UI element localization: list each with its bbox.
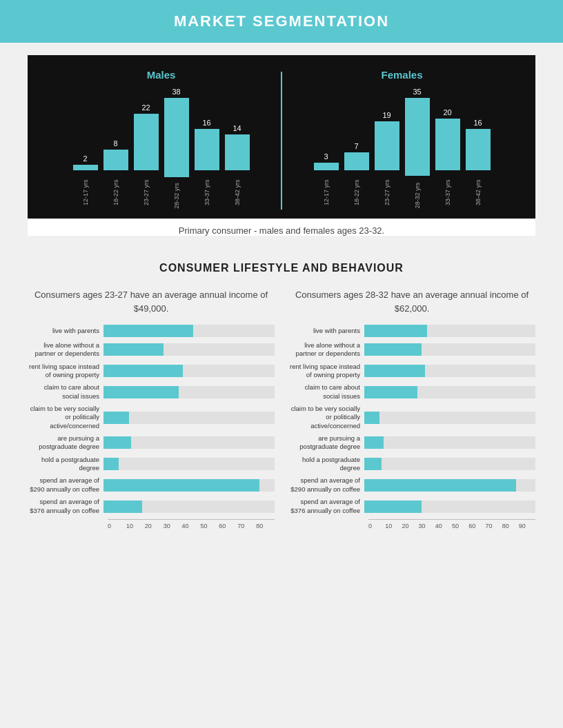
hbar-row: rent living space instead of owning prop… <box>28 363 275 380</box>
hbar-fill <box>364 436 384 449</box>
hbar-row: spend an average of $376 annually on cof… <box>28 498 275 515</box>
hbar-label: hold a postgraduate degree <box>28 456 103 473</box>
hbar-fill <box>103 343 164 356</box>
hbar-fill <box>364 343 422 356</box>
hbar-row: claim to care about social issues <box>28 383 275 401</box>
hbar-fill <box>103 386 179 398</box>
hbar-track <box>103 386 275 398</box>
consumer-section: CONSUMER LIFESTYLE AND BEHAVIOUR Consume… <box>0 248 563 543</box>
bar-wrapper: 2223-27 yrs <box>134 88 159 212</box>
hbar-label: spend an average of $376 annually on cof… <box>288 498 364 515</box>
hbar-chart-left: live with parentslive alone without a pa… <box>28 325 275 529</box>
age-chart: Males212-17 yrs818-22 yrs2223-27 yrs3828… <box>28 55 535 219</box>
hbar-track <box>103 436 275 449</box>
x-tick: 50 <box>452 523 468 529</box>
bar-wrapper: 3528-32 yrs <box>405 88 430 212</box>
bar-label: 18-22 yrs <box>112 174 119 212</box>
hbar-track <box>103 325 275 337</box>
hbar-fill <box>103 365 183 377</box>
hbar-fill <box>103 325 193 337</box>
hbar-track <box>103 365 275 377</box>
bar-label: 12-17 yrs <box>82 174 89 212</box>
hbar-label: claim to be very socially or politically… <box>28 405 103 430</box>
hbar-row: are pursuing a postgraduate degree <box>288 434 535 452</box>
hbar-label: hold a postgraduate degree <box>288 456 364 473</box>
panel-left-subtitle: Consumers ages 23-27 have an average ann… <box>28 288 275 315</box>
x-tick: 20 <box>402 523 418 529</box>
x-tick: 60 <box>468 523 485 529</box>
x-tick: 0 <box>108 523 126 529</box>
bar-value: 8 <box>113 139 117 148</box>
bar-label: 28-32 yrs <box>173 181 180 212</box>
bar-value: 3 <box>324 152 328 161</box>
x-axis: 0102030405060708090 <box>368 523 535 529</box>
bar-wrapper: 1633-37 yrs <box>195 88 219 212</box>
bar-value: 16 <box>473 119 482 127</box>
charts-row: Consumers ages 23-27 have an average ann… <box>28 288 535 529</box>
hbar-fill <box>364 365 425 377</box>
bar-label: 23-27 yrs <box>143 174 150 212</box>
males-section: Males212-17 yrs818-22 yrs2223-27 yrs3828… <box>48 69 274 212</box>
bar-wrapper: 718-22 yrs <box>344 88 369 212</box>
hbar-track <box>364 501 535 513</box>
hbar-fill <box>364 479 516 492</box>
page-header: MARKET SEGMENTATION <box>0 0 563 43</box>
bar-label: 23-27 yrs <box>384 174 391 212</box>
panel-right-subtitle: Consumers ages 28-32 have an average ann… <box>288 288 535 315</box>
hbar-label: claim to be very socially or politically… <box>288 405 364 430</box>
x-tick: 80 <box>256 523 275 529</box>
hbar-track <box>364 325 535 337</box>
x-tick: 60 <box>219 523 237 529</box>
panel-right: Consumers ages 28-32 have an average ann… <box>288 288 535 529</box>
bar <box>134 114 159 170</box>
x-tick: 30 <box>419 523 435 529</box>
females-label: Females <box>381 69 422 81</box>
males-label: Males <box>147 69 176 81</box>
bar <box>314 163 339 170</box>
hbar-label: live alone without a partner or dependen… <box>288 341 364 358</box>
bar-wrapper: 3828-32 yrs <box>164 88 189 212</box>
hbar-fill <box>103 501 142 513</box>
x-tick: 70 <box>237 523 256 529</box>
bar <box>344 152 369 170</box>
x-tick: 80 <box>502 523 519 529</box>
hbar-label: spend an average of $376 annually on cof… <box>28 498 103 515</box>
x-tick: 30 <box>164 523 182 529</box>
bar <box>73 165 98 170</box>
bar-label: 12-17 yrs <box>323 174 330 212</box>
hbar-row: claim to be very socially or politically… <box>28 405 275 430</box>
hbar-label: spend an average of $290 annually on cof… <box>288 476 364 494</box>
hbar-track <box>103 343 275 356</box>
hbar-label: are pursuing a postgraduate degree <box>288 434 364 452</box>
bar <box>375 121 399 170</box>
x-tick: 50 <box>200 523 219 529</box>
hbar-row: spend an average of $376 annually on cof… <box>288 498 535 515</box>
hbar-label: live alone without a partner or dependen… <box>28 341 103 358</box>
hbar-track <box>364 436 535 449</box>
hbar-label: claim to care about social issues <box>28 383 103 401</box>
hbar-label: rent living space instead of owning prop… <box>288 363 364 380</box>
bar <box>435 119 460 170</box>
hbar-label: claim to care about social issues <box>288 383 364 401</box>
hbar-row: spend an average of $290 annually on cof… <box>28 476 275 494</box>
hbar-fill <box>364 501 422 513</box>
hbar-label: live with parents <box>28 327 103 335</box>
hbar-row: spend an average of $290 annually on cof… <box>288 476 535 494</box>
hbar-row: hold a postgraduate degree <box>288 456 535 473</box>
hbar-track <box>364 386 535 398</box>
x-axis: 01020304050607080 <box>108 523 275 529</box>
x-tick: 90 <box>519 523 535 529</box>
bar-value: 22 <box>141 103 150 112</box>
hbar-track <box>364 458 535 470</box>
hbar-fill <box>103 458 119 470</box>
bar <box>164 98 189 177</box>
age-chart-section: Males212-17 yrs818-22 yrs2223-27 yrs3828… <box>28 55 535 236</box>
hbar-track <box>364 365 535 377</box>
females-section: Females312-17 yrs718-22 yrs1923-27 yrs35… <box>289 69 515 212</box>
hbar-track <box>364 479 535 492</box>
hbar-label: are pursuing a postgraduate degree <box>28 434 103 452</box>
hbar-chart-right: live with parentslive alone without a pa… <box>288 325 535 529</box>
bar-wrapper: 1438-42 yrs <box>225 88 250 212</box>
hbar-fill <box>103 436 131 449</box>
hbar-row: hold a postgraduate degree <box>28 456 275 473</box>
